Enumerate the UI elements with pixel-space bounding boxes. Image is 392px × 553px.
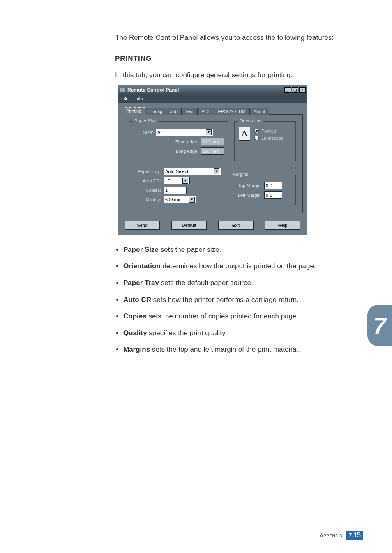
tab-pcl[interactable]: PCL	[197, 108, 214, 115]
portrait-label: Portrait	[261, 129, 276, 134]
auto-cr-select[interactable]: LF ▼	[164, 177, 190, 184]
group-margins: Margins Top Margin: Left Margin:	[227, 175, 296, 205]
window-title: Remote Control Panel	[127, 87, 179, 93]
list-item: Auto CR sets how the printer performs a …	[123, 295, 362, 305]
chevron-down-icon: ▼	[189, 197, 195, 203]
top-margin-label: Top Margin:	[231, 183, 262, 188]
app-icon	[120, 88, 125, 92]
description-list: Paper Size sets the paper size. Orientat…	[115, 245, 362, 355]
margins-legend: Margins	[231, 172, 250, 177]
auto-cr-value: LF	[165, 178, 171, 183]
left-margin-label: Left Margin:	[231, 193, 262, 198]
orientation-legend: Orientation	[238, 118, 263, 123]
default-button[interactable]: Default	[171, 221, 207, 230]
intro-paragraph: The Remote Control Panel allows you to a…	[115, 33, 362, 43]
chevron-down-icon: ▼	[206, 129, 212, 135]
maximize-button[interactable]: ▢	[292, 87, 298, 93]
top-margin-input[interactable]	[264, 182, 282, 189]
copies-input[interactable]	[164, 187, 187, 194]
long-edge-label: Long edge:	[176, 149, 198, 154]
send-button[interactable]: Send	[125, 221, 160, 230]
group-orientation: Orientation A Portrait Landscape	[234, 121, 296, 161]
minimize-button[interactable]: _	[284, 87, 291, 93]
orientation-icon: A	[239, 127, 250, 141]
quality-select[interactable]: 600 dpi ▼	[164, 196, 196, 203]
radio-landscape[interactable]	[254, 136, 259, 140]
short-edge-input	[201, 138, 224, 145]
page-footer: Appendix 7.15	[319, 531, 363, 540]
landscape-label: Landscape	[261, 136, 284, 141]
close-button[interactable]: ×	[299, 87, 306, 93]
chapter-thumb-tab: 7	[367, 305, 392, 346]
paper-size-legend: Paper Size	[133, 118, 158, 123]
radio-portrait[interactable]	[254, 129, 259, 133]
section-intro: In this tab, you can configure general s…	[115, 71, 362, 79]
short-edge-label: Short edge:	[175, 139, 198, 144]
footer-label: Appendix	[319, 532, 343, 539]
quality-label: Quality:	[129, 197, 161, 202]
tab-test[interactable]: Test	[181, 108, 198, 115]
left-margin-input[interactable]	[264, 191, 282, 199]
titlebar[interactable]: Remote Control Panel _ ▢ ×	[118, 85, 307, 94]
paper-tray-label: Paper Tray:	[129, 169, 161, 174]
help-button[interactable]: Help	[265, 221, 300, 230]
tabpanel-printing: Paper Size Size: A4 ▼ Short edge:	[122, 114, 303, 213]
list-item: Quality specifies the print quality.	[123, 328, 362, 339]
tab-about[interactable]: About	[249, 108, 270, 115]
quality-value: 600 dpi	[165, 197, 180, 202]
tabstrip: Printing Config Job Test PCL EPSON / IBM…	[122, 106, 303, 114]
auto-cr-label: Auto CR:	[129, 178, 161, 183]
paper-tray-select[interactable]: Auto Select ▼	[164, 168, 221, 175]
exit-button[interactable]: Exit	[218, 221, 254, 230]
size-select[interactable]: A4 ▼	[156, 129, 213, 136]
long-edge-input	[201, 147, 224, 155]
chevron-down-icon: ▼	[214, 168, 219, 174]
tab-printing[interactable]: Printing	[122, 107, 145, 115]
menu-help[interactable]: Help	[134, 96, 143, 101]
chevron-down-icon: ▼	[182, 178, 188, 184]
size-value: A4	[157, 130, 163, 135]
copies-label: Copies:	[129, 188, 161, 193]
tab-epson-ibm[interactable]: EPSON / IBM	[214, 108, 249, 115]
tab-job[interactable]: Job	[166, 108, 182, 115]
section-heading: PRINTING	[115, 55, 362, 63]
page-number-badge: 7.15	[346, 531, 363, 540]
tab-config[interactable]: Config	[145, 108, 166, 115]
size-label: Size:	[134, 130, 153, 135]
paper-tray-value: Auto Select	[165, 169, 188, 174]
list-item: Margins sets the top and left margin of …	[123, 345, 362, 355]
list-item: Paper Size sets the paper size.	[123, 245, 362, 255]
list-item: Orientation determines how the output is…	[123, 261, 362, 272]
group-paper-size: Paper Size Size: A4 ▼ Short edge:	[129, 121, 228, 161]
menu-file[interactable]: File	[121, 96, 129, 101]
remote-control-panel-window: Remote Control Panel _ ▢ × File Help Pri…	[118, 85, 307, 235]
list-item: Copies sets the number of copies printed…	[123, 311, 362, 322]
list-item: Paper Tray sets the default paper source…	[123, 278, 362, 288]
